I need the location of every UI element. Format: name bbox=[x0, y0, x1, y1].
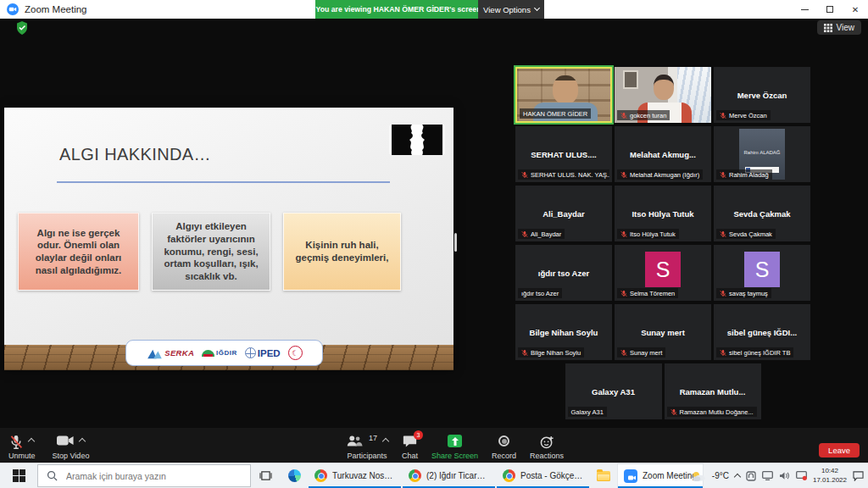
participant-tile[interactable]: SSelma Töremen bbox=[615, 245, 711, 301]
unmute-options-chevron[interactable] bbox=[28, 438, 35, 445]
chrome-icon bbox=[503, 469, 515, 482]
windows-logo-icon bbox=[13, 469, 25, 482]
participant-tile[interactable]: Merve ÖzcanMerve Özcan bbox=[714, 67, 810, 123]
tray-date: 17.01.2022 bbox=[813, 476, 847, 485]
participants-chevron[interactable] bbox=[382, 438, 389, 445]
edge-icon bbox=[288, 469, 301, 482]
meeting-content: View ALGI HAKKINDA… Algı ne ise gerçek o… bbox=[0, 19, 868, 428]
weather-icon bbox=[691, 470, 706, 482]
start-button[interactable] bbox=[0, 463, 37, 488]
taskbar-search[interactable] bbox=[37, 464, 251, 487]
maximize-button[interactable] bbox=[817, 0, 843, 19]
participant-tile[interactable]: gokcen turan bbox=[615, 67, 711, 123]
view-options-button[interactable]: View Options bbox=[478, 0, 544, 19]
action-center-icon[interactable] bbox=[853, 471, 864, 481]
participant-tile[interactable]: Bilge Nihan SoyluBilge Nihan Soylu bbox=[515, 304, 612, 360]
participant-tile[interactable]: Sevda ÇakmakSevda Çakmak bbox=[714, 186, 810, 241]
participants-button[interactable]: 17 Participants bbox=[346, 435, 388, 460]
taskbar-clock[interactable]: 10:42 17.01.2022 bbox=[813, 467, 847, 485]
participant-tile[interactable]: SERHAT ULUS....SERHAT ULUS. NAK. YAŞ... bbox=[515, 126, 612, 182]
participant-label: Sunay mert bbox=[617, 347, 665, 358]
close-button[interactable]: ✕ bbox=[843, 0, 868, 19]
taskbar-app-chrome-3[interactable]: Posta - Gökçen BA... bbox=[496, 463, 590, 488]
view-button[interactable]: View bbox=[817, 20, 862, 35]
taskbar-app-edge-0[interactable] bbox=[281, 463, 308, 488]
screen-share-tray-icon[interactable] bbox=[796, 471, 807, 480]
participant-avatar: S bbox=[645, 252, 681, 287]
participant-tile[interactable]: HAKAN ÖMER GİDER bbox=[515, 67, 612, 123]
muted-mic-icon bbox=[620, 112, 627, 119]
participant-tile[interactable]: Rahim ALADAĞRahim Aladağ bbox=[714, 126, 810, 182]
muted-mic-icon bbox=[620, 171, 627, 179]
muted-mic-icon bbox=[521, 171, 528, 179]
file-explorer-icon bbox=[597, 471, 610, 481]
reactions-icon bbox=[540, 435, 554, 449]
muted-mic-icon bbox=[720, 349, 726, 357]
chat-badge: 3 bbox=[414, 430, 423, 440]
participant-label: gokcen turan bbox=[617, 110, 670, 120]
search-input[interactable] bbox=[64, 470, 225, 482]
taskbar-app-chrome-2[interactable]: (2) Iğdır Ticaret ve S... bbox=[402, 463, 496, 488]
faces-illusion-image bbox=[389, 125, 445, 155]
video-options-chevron[interactable] bbox=[79, 438, 86, 445]
display-icon[interactable] bbox=[762, 471, 773, 480]
participant-label: SERHAT ULUS. NAK. YAŞ... bbox=[518, 169, 609, 180]
muted-mic-icon bbox=[720, 230, 726, 238]
record-button[interactable]: Record bbox=[492, 435, 516, 460]
participant-label: Galaxy A31 bbox=[568, 407, 607, 417]
tray-app-icon[interactable] bbox=[746, 471, 756, 481]
reactions-button[interactable]: Reactions bbox=[530, 435, 564, 460]
zoom-meeting-window: Zoom Meeting You are viewing HAKAN ÖMER … bbox=[0, 0, 868, 488]
taskbar-app-label: Zoom Meeting bbox=[643, 471, 697, 480]
task-view-button[interactable] bbox=[251, 463, 280, 488]
slide-box-2: Algıyı etkileyen faktörler uyarıcının ko… bbox=[152, 213, 270, 291]
share-screen-icon bbox=[448, 435, 462, 447]
participant-tile[interactable]: sibel güneş IĞDI...sibel güneş IĞDIR TB bbox=[714, 304, 810, 360]
record-icon bbox=[498, 435, 509, 446]
participant-tile[interactable]: Ramazan Mutlu...Ramazan Mutlu Doğane... bbox=[665, 363, 761, 419]
task-view-icon bbox=[259, 470, 272, 481]
chat-button[interactable]: 3 Chat bbox=[402, 435, 418, 460]
meeting-toolbar: Unmute Stop Video 17 Participants bbox=[0, 428, 868, 463]
share-screen-label: Share Screen bbox=[431, 452, 478, 460]
participants-count: 17 bbox=[369, 434, 377, 442]
zoom-taskbar-icon bbox=[624, 469, 637, 483]
serka-logo: SERKA bbox=[146, 347, 194, 359]
mic-muted-icon bbox=[9, 435, 23, 450]
participant-label: Merve Özcan bbox=[716, 110, 771, 120]
participant-tile[interactable]: ığdır tso Azerığdır tso Azer bbox=[515, 245, 612, 301]
share-banner: You are viewing HAKAN ÖMER GİDER's scree… bbox=[315, 0, 478, 19]
participant-tile[interactable]: Itso Hülya TutukItso Hülya Tutuk bbox=[615, 186, 711, 241]
taskbar-apps: Turkuvaz Nostalji - ...(2) Iğdır Ticaret… bbox=[281, 463, 704, 488]
slide-divider bbox=[57, 181, 390, 183]
participant-tile[interactable]: Melahat Akmug...Melahat Akmugan (Iğdır) bbox=[615, 126, 711, 182]
slide-box-2-text: Algıyı etkileyen faktörler uyarıcının ko… bbox=[159, 220, 264, 283]
grid-icon bbox=[824, 24, 832, 32]
unmute-button[interactable]: Unmute bbox=[8, 435, 36, 460]
minimize-button[interactable] bbox=[792, 0, 817, 19]
participants-icon bbox=[346, 435, 363, 447]
security-shield-icon[interactable] bbox=[16, 21, 28, 38]
iped-logo: IPED bbox=[245, 347, 281, 358]
share-screen-button[interactable]: Share Screen bbox=[431, 435, 478, 460]
muted-mic-icon bbox=[620, 230, 627, 238]
participant-tile[interactable]: Ssavaş taymuş bbox=[714, 245, 810, 301]
chrome-icon bbox=[409, 469, 421, 482]
participant-tile[interactable]: Galaxy A31Galaxy A31 bbox=[565, 363, 662, 419]
participant-tile[interactable]: Sunay mertSunay mert bbox=[615, 304, 711, 360]
scrollbar-thumb[interactable] bbox=[454, 233, 457, 252]
participant-label: Melahat Akmugan (Iğdır) bbox=[617, 169, 703, 180]
window-title: Zoom Meeting bbox=[25, 4, 87, 14]
participant-label: Rahim Aladağ bbox=[716, 169, 772, 180]
taskbar-app-explorer-4[interactable] bbox=[590, 463, 617, 488]
volume-icon[interactable] bbox=[779, 471, 790, 480]
muted-mic-icon bbox=[620, 349, 627, 357]
window-controls: ✕ bbox=[792, 0, 868, 19]
participants-gallery: HAKAN ÖMER GİDERgokcen turanMerve ÖzcanM… bbox=[515, 67, 810, 419]
tray-time: 10:42 bbox=[813, 467, 847, 475]
leave-button[interactable]: Leave bbox=[819, 443, 860, 458]
taskbar-app-chrome-1[interactable]: Turkuvaz Nostalji - ... bbox=[308, 463, 402, 488]
stop-video-button[interactable]: Stop Video bbox=[53, 435, 90, 460]
participant-tile[interactable]: Ali_BaydarAli_Baydar bbox=[515, 186, 612, 241]
tray-expand-chevron[interactable] bbox=[734, 474, 741, 480]
